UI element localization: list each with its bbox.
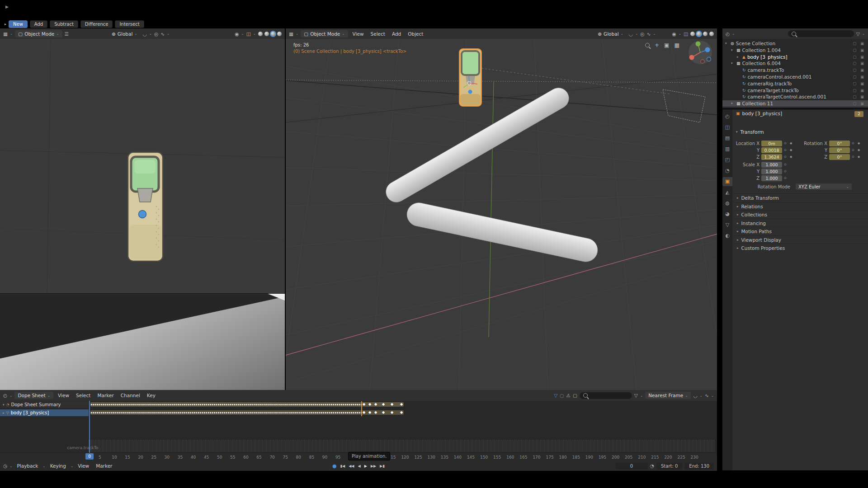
timeline-tick-160[interactable]: 160	[506, 455, 514, 460]
timeline-tick-170[interactable]: 170	[533, 455, 540, 460]
bool-intersect-button[interactable]: Intersect	[115, 20, 144, 28]
timeline-tick-45[interactable]: 45	[204, 455, 209, 460]
proportional-edit-icon[interactable]: ◎	[154, 31, 158, 37]
menu-marker[interactable]: Marker	[95, 393, 116, 398]
rot-y-field[interactable]: 0°	[829, 147, 850, 153]
dope-sheet-mode-dropdown[interactable]: Dope Sheet ⌄	[14, 392, 53, 399]
timeline-tick-120[interactable]: 120	[401, 455, 409, 460]
timeline-tick-70[interactable]: 70	[269, 455, 274, 460]
overlays-icon[interactable]: ◫	[684, 31, 688, 37]
expand-icon[interactable]: ▾	[731, 48, 735, 52]
jump-to-end-button[interactable]: ▶▮	[380, 464, 385, 468]
keyframe-diamond[interactable]: ◆	[368, 403, 371, 406]
window-play-icon[interactable]: ▶	[5, 5, 9, 9]
shading-material-icon[interactable]	[271, 32, 275, 36]
menu-key[interactable]: Key	[145, 393, 158, 398]
tab-scene[interactable]: ◰	[722, 155, 732, 164]
animate-decorator-icon[interactable]: ⊙	[784, 141, 787, 145]
timeline-tick-175[interactable]: 175	[546, 455, 554, 460]
outliner-row[interactable]: ▾▦Collection 11▢ ▣	[722, 100, 868, 107]
animate-decorator-icon[interactable]: ⊙	[784, 155, 787, 159]
row-visibility-icons[interactable]: ▢ ▣	[853, 48, 865, 52]
left-viewport-closeup[interactable]	[0, 293, 285, 390]
outliner-search-input[interactable]	[788, 30, 854, 37]
keyframe-diamond[interactable]: ◆	[374, 411, 377, 414]
menu-view[interactable]: View	[75, 463, 91, 469]
orientation-dropdown[interactable]: ⊕ Global ⌄	[108, 30, 141, 38]
row-visibility-icons[interactable]: ▢ ▣	[853, 75, 865, 79]
tab-modifiers[interactable]: ◭	[722, 188, 732, 197]
animate-decorator-icon[interactable]: ⊙	[852, 155, 854, 159]
jump-to-start-button[interactable]: ▮◀	[340, 464, 345, 468]
move-hand-icon[interactable]: +	[655, 42, 659, 48]
timeline-tick-225[interactable]: 225	[678, 455, 685, 460]
keyframe-diamond[interactable]: ◆	[363, 411, 365, 414]
keyframe-diamond[interactable]: ◆	[374, 403, 377, 406]
timeline-tick-85[interactable]: 85	[309, 455, 314, 460]
row-visibility-icons[interactable]: ▢ ▣	[853, 55, 865, 59]
timeline-tick-125[interactable]: 125	[415, 455, 422, 460]
transform-panel-header[interactable]: ▾ Transform	[736, 129, 764, 135]
outliner-row[interactable]: ↻cameraTargetControl.ascend.001▢ ▣	[722, 94, 868, 100]
timeline-tick-155[interactable]: 155	[493, 455, 501, 460]
shading-wireframe-icon[interactable]	[258, 32, 263, 36]
snap-mode-dropdown[interactable]: Nearest Frame ⌄	[645, 392, 691, 399]
menu-select[interactable]: Select	[368, 31, 387, 37]
outliner-row[interactable]: ↻cameraTarget.trackTo▢ ▣	[722, 87, 868, 94]
mode-dropdown[interactable]: ▢ Object Mode ⌄	[15, 30, 62, 38]
tab-object[interactable]: ▣	[722, 177, 732, 186]
keyframe-diamond[interactable]: ◆	[368, 411, 371, 414]
menu-select[interactable]: Select	[74, 393, 93, 398]
pill-object-2[interactable]	[405, 201, 599, 264]
timeline-tick-230[interactable]: 230	[691, 455, 698, 460]
section-instancing[interactable]: ▸Instancing	[732, 219, 868, 227]
timeline-tick-150[interactable]: 150	[480, 455, 488, 460]
timeline-tick-205[interactable]: 205	[625, 455, 632, 460]
tab-physics[interactable]: ◍	[722, 199, 732, 208]
timeline-tick-35[interactable]: 35	[178, 455, 183, 460]
row-visibility-icons[interactable]: ▢ ▣	[853, 94, 865, 99]
outliner-row[interactable]: ↻camera.trackTo▢ ▣	[722, 67, 868, 73]
timeline-tick-80[interactable]: 80	[296, 455, 301, 460]
snap-magnet-icon[interactable]: ◡	[693, 393, 697, 398]
playhead-line[interactable]	[89, 401, 90, 461]
timeline-tick-50[interactable]: 50	[217, 455, 222, 460]
keyframe-decorator-icon[interactable]: ◆	[858, 148, 860, 152]
timeline-tick-180[interactable]: 180	[559, 455, 567, 460]
outliner-row[interactable]: ▾▦Collection 6.004▢ ▣	[722, 60, 868, 66]
action-slot-badge[interactable]: 2	[854, 111, 863, 117]
timeline-tick-75[interactable]: 75	[283, 455, 288, 460]
proportional-icon[interactable]: ∿	[705, 393, 709, 398]
scale-z-field[interactable]: 1.000	[761, 175, 782, 181]
mode-dropdown[interactable]: ▢ Object Mode ⌄	[301, 30, 348, 38]
tab-world[interactable]: ◔	[722, 166, 732, 175]
proportional-edit-icon[interactable]: ◎	[640, 31, 644, 37]
menu-view[interactable]: View	[350, 31, 366, 37]
expand-icon[interactable]: ▾	[731, 61, 735, 65]
play-button[interactable]: ▶	[364, 464, 367, 468]
scale-x-field[interactable]: 1.000	[761, 162, 782, 168]
display-toggle-icon[interactable]: ▢	[573, 393, 577, 398]
timeline-tick-5[interactable]: 5	[99, 455, 101, 460]
filter-icon[interactable]: ▽	[856, 31, 860, 37]
menu-channel[interactable]: Channel	[118, 393, 142, 398]
timeline-tick-90[interactable]: 90	[322, 455, 327, 460]
current-frame-field[interactable]: 0	[615, 463, 648, 469]
scale-y-field[interactable]: 1.000	[761, 169, 782, 174]
section-viewport-display[interactable]: ▸Viewport Display	[732, 235, 868, 244]
hamburger-icon[interactable]: ☰	[65, 31, 69, 37]
timeline-tick-135[interactable]: 135	[441, 455, 448, 460]
expand-icon[interactable]: ▾	[725, 42, 729, 45]
timeline-tick-55[interactable]: 55	[230, 455, 235, 460]
shading-rendered-icon[interactable]	[709, 32, 714, 36]
row-visibility-icons[interactable]: ▢ ▣	[853, 41, 865, 46]
row-visibility-icons[interactable]: ▢ ▣	[853, 88, 865, 93]
timeline-tick-40[interactable]: 40	[191, 455, 196, 460]
timeline-tick-20[interactable]: 20	[138, 455, 143, 460]
shading-solid-icon[interactable]	[264, 32, 269, 36]
outliner-row[interactable]: ▾◍Scene Collection▢ ▣	[722, 40, 868, 47]
tab-constraints[interactable]: ◕	[722, 210, 732, 219]
tab-output[interactable]: ▤	[722, 134, 732, 143]
previous-keyframe-button[interactable]: ◀◀	[349, 464, 354, 468]
camera-view-icon[interactable]: ▣	[664, 42, 669, 48]
